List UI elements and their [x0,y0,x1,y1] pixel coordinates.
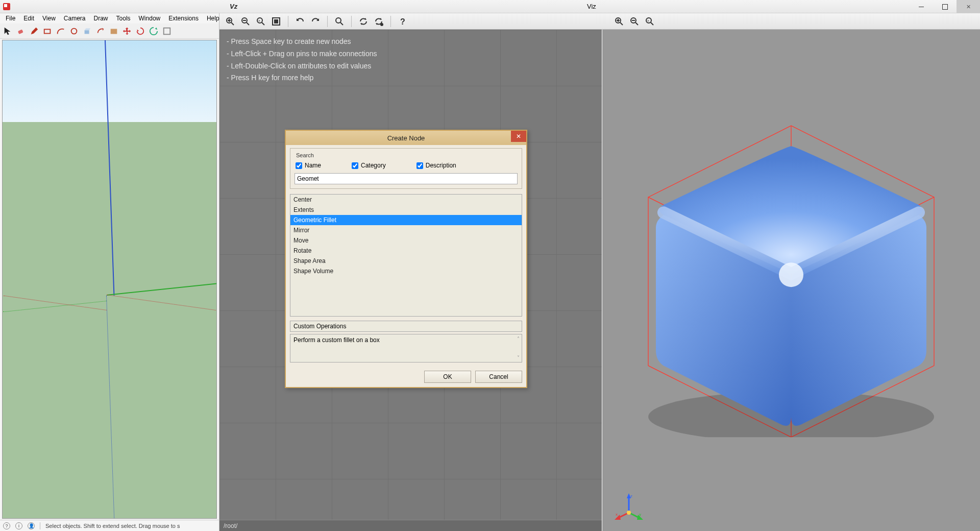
rotate-tool-icon[interactable] [134,25,146,37]
undo-icon[interactable] [293,15,307,28]
svg-text:z: z [630,494,632,498]
category-box: Custom Operations [290,321,522,332]
result-item[interactable]: Geometric Fillet [290,215,522,225]
window-close-button[interactable] [957,0,980,13]
select-tool-icon[interactable] [2,25,14,37]
dialog-close-button[interactable]: ✕ [511,131,526,142]
result-item[interactable]: Rotate [290,246,522,256]
svg-line-26 [635,22,638,25]
svg-text:×: × [258,19,260,22]
checkbox-name-input[interactable] [296,162,302,169]
menu-window[interactable]: Window [135,14,164,23]
status-text: Select objects. Shift to extend select. … [45,523,180,529]
menu-extensions[interactable]: Extensions [165,14,202,23]
menu-view[interactable]: View [39,14,59,23]
zoom-fit-icon[interactable]: × [254,15,267,28]
sketchup-viewport[interactable] [2,40,217,519]
refresh-icon[interactable] [357,15,370,28]
rendered-cube [633,110,949,437]
description-text: Perform a custom fillet on a box [293,336,380,344]
svg-text:?: ? [400,17,405,26]
sketchup-toolbar [0,23,219,39]
search-icon[interactable] [333,15,346,28]
window-maximize-button[interactable] [933,0,957,13]
svg-text:×: × [647,19,649,22]
hint-line: - Left-Double-Click on attributes to edi… [227,60,377,73]
extra-tool-icon[interactable] [161,25,173,37]
menu-edit[interactable]: Edit [20,14,38,23]
svg-point-2 [71,28,77,34]
frame-icon[interactable] [270,15,283,28]
checkbox-description[interactable]: Description [416,162,456,169]
status-info-icon[interactable]: i [15,522,22,529]
viz-logo-small: Vz [230,3,237,10]
result-item[interactable]: Mirror [290,225,522,235]
render-zoom-out-icon[interactable] [628,15,641,28]
scroll-down-icon[interactable]: ˅ [517,355,520,360]
eraser-tool-icon[interactable] [15,25,27,37]
svg-line-18 [340,22,343,25]
zoom-in-icon[interactable] [224,15,237,28]
svg-text:x: x [616,512,618,517]
help-icon[interactable]: ? [396,15,409,28]
svg-rect-0 [18,29,23,34]
svg-line-10 [247,22,249,25]
svg-point-17 [336,18,341,23]
result-item[interactable]: Move [290,235,522,246]
pencil-tool-icon[interactable] [28,25,40,37]
menu-file[interactable]: File [2,14,19,23]
menu-bar: File Edit View Camera Draw Tools Window … [0,13,219,23]
menu-draw[interactable]: Draw [90,14,112,23]
result-item[interactable]: Shape Area [290,256,522,266]
render-zoom-fit-icon[interactable]: × [643,15,656,28]
search-input[interactable] [295,173,518,184]
node-path-bar: /root/ [219,520,602,531]
zoom-out-icon[interactable] [239,15,252,28]
scroll-up-icon[interactable]: ˄ [517,336,520,342]
search-fieldset-label: Search [295,152,315,158]
hint-line: - Press Space key to create new nodes [227,36,377,48]
rectangle-tool-icon[interactable] [41,25,54,37]
sky-background [3,40,216,122]
checkbox-category-label: Category [361,162,386,169]
category-text: Custom Operations [293,323,346,330]
svg-line-6 [231,22,234,25]
axes-gizmo-icon[interactable]: z y x [614,492,644,523]
checkbox-name[interactable]: Name [296,162,321,169]
svg-text:y: y [639,512,641,517]
canvas-hints: - Press Space key to create new nodes - … [227,36,377,84]
menu-tools[interactable]: Tools [113,14,134,23]
book-tool-icon[interactable] [108,25,120,37]
hint-line: - Press H key for more help [227,72,377,84]
result-item[interactable]: Center [290,195,522,205]
offset-tool-icon[interactable] [94,25,107,37]
result-item[interactable]: Extents [290,205,522,215]
sketchup-pane: File Edit View Camera Draw Tools Window … [0,13,219,531]
redo-icon[interactable] [309,15,322,28]
status-help-icon[interactable]: ? [3,522,10,529]
viz-toolbar: × ? × [219,13,980,30]
circle-tool-icon[interactable] [68,25,80,37]
pushpull-tool-icon[interactable] [81,25,93,37]
render-zoom-in-icon[interactable] [612,15,626,28]
checkbox-description-input[interactable] [416,162,423,169]
checkbox-name-label: Name [305,162,321,169]
checkbox-category[interactable]: Category [352,162,386,169]
window-minimize-button[interactable] [910,0,933,13]
sketchup-app-icon [3,3,10,10]
checkbox-category-input[interactable] [352,162,358,169]
status-user-icon[interactable]: 👤 [28,522,35,529]
ok-button[interactable]: OK [424,371,471,383]
move-tool-icon[interactable] [121,25,133,37]
result-item[interactable]: Shape Volume [290,266,522,276]
viz-window-title: Viz [587,3,596,10]
menu-camera[interactable]: Camera [60,14,89,23]
refresh-all-icon[interactable] [372,15,385,28]
arc-tool-icon[interactable] [55,25,67,37]
svg-line-13 [262,22,264,25]
cancel-button[interactable]: Cancel [475,371,522,383]
render-viewport[interactable]: z y x [602,30,980,531]
dialog-titlebar[interactable]: Create Node ✕ [286,131,526,145]
results-list[interactable]: CenterExtentsGeometric FilletMirrorMoveR… [290,194,522,317]
scale-tool-icon[interactable] [148,25,160,37]
